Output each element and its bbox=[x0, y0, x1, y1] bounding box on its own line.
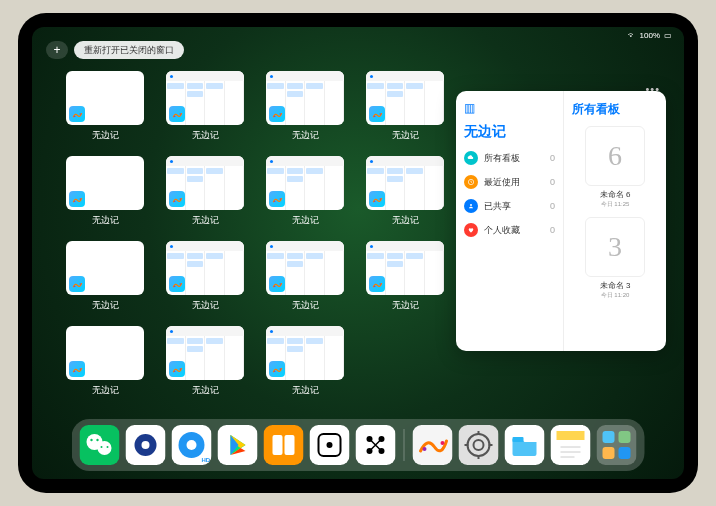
dock-app-files[interactable] bbox=[505, 425, 545, 465]
window-thumbnail[interactable]: 无边记 bbox=[366, 241, 444, 312]
dock-app-freeform[interactable] bbox=[413, 425, 453, 465]
dock-app-app-blue-pause[interactable]: HD bbox=[172, 425, 212, 465]
svg-point-16 bbox=[74, 285, 75, 286]
side-panel-list: 所有看板0最近使用0已共享0个人收藏0 bbox=[464, 151, 555, 237]
svg-point-17 bbox=[79, 283, 80, 284]
ipad-frame: ᯤ 100% ▭ + 重新打开已关闭的窗口 无边记无边记无边记无边记无边记无边记… bbox=[18, 13, 698, 493]
thumbnail-label: 无边记 bbox=[392, 129, 419, 142]
sidebar-item-count: 0 bbox=[550, 201, 555, 211]
side-panel-sidebar: ▥ 无边记 所有看板0最近使用0已共享0个人收藏0 bbox=[456, 91, 564, 351]
svg-rect-79 bbox=[619, 447, 631, 459]
svg-point-12 bbox=[274, 200, 275, 201]
window-thumbnail[interactable]: 无边记 bbox=[66, 241, 144, 312]
svg-point-3 bbox=[179, 113, 180, 114]
dock-app-notes[interactable] bbox=[551, 425, 591, 465]
window-thumbnail[interactable]: 无边记 bbox=[266, 71, 344, 142]
svg-point-14 bbox=[374, 200, 375, 201]
sidebar-item[interactable]: 所有看板0 bbox=[464, 151, 555, 165]
dock: HD bbox=[72, 419, 645, 471]
battery-icon: ▭ bbox=[664, 31, 672, 40]
board-card[interactable]: 6未命名 6今日 11:25 bbox=[572, 126, 658, 209]
dock-app-app-blue-circle[interactable] bbox=[126, 425, 166, 465]
svg-point-15 bbox=[379, 198, 380, 199]
window-thumbnail[interactable]: 无边记 bbox=[266, 326, 344, 397]
svg-point-41 bbox=[142, 441, 150, 449]
screen: ᯤ 100% ▭ + 重新打开已关闭的窗口 无边记无边记无边记无边记无边记无边记… bbox=[32, 27, 684, 479]
svg-point-59 bbox=[423, 447, 427, 451]
freeform-badge-icon bbox=[69, 191, 85, 207]
dock-app-wechat[interactable] bbox=[80, 425, 120, 465]
svg-rect-48 bbox=[273, 435, 283, 455]
window-thumbnail[interactable]: 无边记 bbox=[66, 71, 144, 142]
dock-app-app-library[interactable] bbox=[597, 425, 637, 465]
svg-point-19 bbox=[179, 283, 180, 284]
dock-separator bbox=[404, 429, 405, 461]
svg-rect-71 bbox=[557, 431, 585, 440]
dock-app-dice[interactable] bbox=[310, 425, 350, 465]
window-thumbnail[interactable]: 无边记 bbox=[166, 241, 244, 312]
svg-rect-49 bbox=[285, 435, 295, 455]
board-card[interactable]: 3未命名 3今日 11:20 bbox=[572, 217, 658, 300]
dock-app-books[interactable] bbox=[264, 425, 304, 465]
thumbnail-label: 无边记 bbox=[292, 214, 319, 227]
sidebar-item[interactable]: 最近使用0 bbox=[464, 175, 555, 189]
board-sublabel: 今日 11:20 bbox=[601, 291, 630, 300]
svg-point-36 bbox=[96, 439, 98, 441]
sidebar-item[interactable]: 已共享0 bbox=[464, 199, 555, 213]
board-label: 未命名 6 bbox=[600, 189, 631, 200]
svg-point-31 bbox=[470, 204, 472, 206]
window-thumbnail[interactable]: 无边记 bbox=[166, 326, 244, 397]
svg-point-37 bbox=[101, 446, 103, 448]
sidebar-item-label: 最近使用 bbox=[484, 176, 520, 189]
new-window-button[interactable]: + bbox=[46, 41, 68, 59]
svg-point-26 bbox=[174, 370, 175, 371]
side-panel-content: 所有看板 6未命名 6今日 11:253未命名 3今日 11:20 bbox=[564, 91, 666, 351]
window-thumbnail[interactable]: 无边记 bbox=[366, 71, 444, 142]
window-thumbnail[interactable]: 无边记 bbox=[66, 156, 144, 227]
window-thumbnail[interactable]: 无边记 bbox=[166, 156, 244, 227]
window-thumbnail[interactable]: 无边记 bbox=[166, 71, 244, 142]
svg-point-10 bbox=[174, 200, 175, 201]
battery-label: 100% bbox=[640, 31, 660, 40]
board-thumb: 3 bbox=[585, 217, 645, 277]
svg-point-27 bbox=[179, 368, 180, 369]
svg-point-20 bbox=[274, 285, 275, 286]
freeform-badge-icon bbox=[69, 276, 85, 292]
svg-rect-47 bbox=[264, 425, 304, 465]
thumbnail-label: 无边记 bbox=[92, 384, 119, 397]
sidebar-item[interactable]: 个人收藏0 bbox=[464, 223, 555, 237]
dock-app-settings[interactable] bbox=[459, 425, 499, 465]
freeform-badge-icon bbox=[269, 361, 285, 377]
heart-icon bbox=[464, 223, 478, 237]
svg-point-23 bbox=[379, 283, 380, 284]
board-sublabel: 今日 11:25 bbox=[601, 200, 630, 209]
person-icon bbox=[464, 199, 478, 213]
window-thumbnail[interactable]: 无边记 bbox=[266, 156, 344, 227]
sidebar-item-label: 已共享 bbox=[484, 200, 511, 213]
freeform-badge-icon bbox=[369, 276, 385, 292]
window-thumbnail[interactable]: 无边记 bbox=[366, 156, 444, 227]
thumbnail-label: 无边记 bbox=[392, 214, 419, 227]
reopen-closed-window-button[interactable]: 重新打开已关闭的窗口 bbox=[74, 41, 184, 59]
dock-app-play-store[interactable] bbox=[218, 425, 258, 465]
svg-point-34 bbox=[98, 441, 112, 455]
svg-point-1 bbox=[79, 113, 80, 114]
thumbnail-label: 无边记 bbox=[392, 299, 419, 312]
svg-point-4 bbox=[274, 115, 275, 116]
svg-rect-78 bbox=[603, 447, 615, 459]
sidebar-item-label: 个人收藏 bbox=[484, 224, 520, 237]
sidebar-item-count: 0 bbox=[550, 225, 555, 235]
window-thumbnail[interactable]: 无边记 bbox=[66, 326, 144, 397]
window-thumbnail[interactable]: 无边记 bbox=[266, 241, 344, 312]
side-panel: ▥ 无边记 所有看板0最近使用0已共享0个人收藏0 所有看板 6未命名 6今日 … bbox=[456, 91, 666, 351]
sidebar-item-count: 0 bbox=[550, 153, 555, 163]
thumbnail-label: 无边记 bbox=[92, 299, 119, 312]
svg-point-13 bbox=[279, 198, 280, 199]
dock-app-dots-app[interactable] bbox=[356, 425, 396, 465]
thumbnail-label: 无边记 bbox=[192, 214, 219, 227]
svg-point-11 bbox=[179, 198, 180, 199]
sidebar-icon[interactable]: ▥ bbox=[464, 101, 555, 115]
freeform-badge-icon bbox=[269, 276, 285, 292]
thumbnail-label: 无边记 bbox=[92, 129, 119, 142]
sidebar-item-label: 所有看板 bbox=[484, 152, 520, 165]
